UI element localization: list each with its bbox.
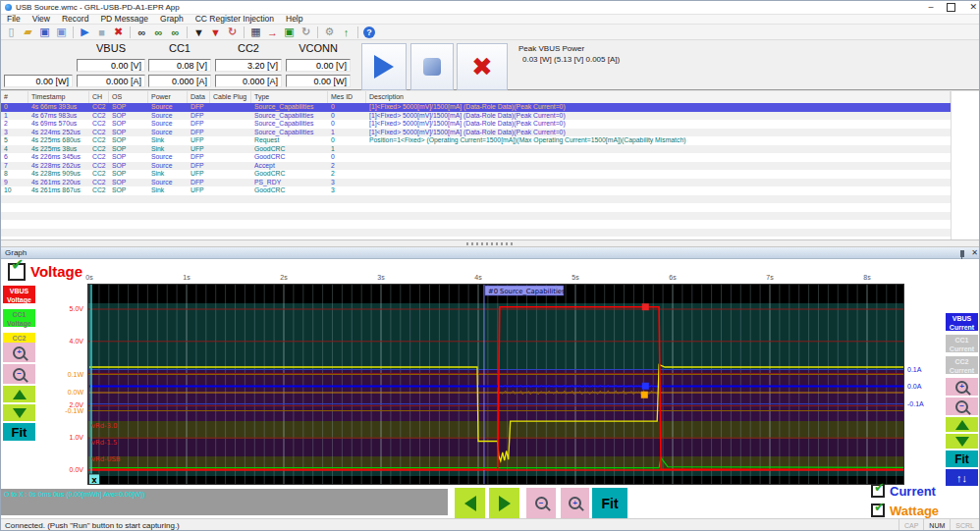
maximize-button[interactable] [947,3,955,12]
cell-ch: CC2 [89,145,109,154]
column-header-os[interactable]: OS [109,91,148,103]
find-icon[interactable]: ∞ [135,26,149,39]
filter-icon[interactable]: ▼ [191,26,206,39]
message-row-2[interactable]: 24s 69ms 570usCC2SOPSourceDFPSource_Capa… [1,120,951,129]
empty-table-row[interactable] [1,229,951,238]
run-icon[interactable]: ▶ [78,26,92,39]
settings-gear-icon[interactable]: ⚙ [322,26,337,39]
menu-graph[interactable]: Graph [154,14,190,25]
status-text: Connected. (Push "Run" button to start c… [5,521,180,530]
stop-icon[interactable]: ■ [94,26,109,39]
waveform-plot[interactable]: X#0 Source_CapabilitiesvRd-3.0vRd-1.5vRd… [87,284,904,485]
menu-file[interactable]: File [1,14,27,25]
message-row-6[interactable]: 64s 226ms 345usCC2SOPSourceDFPGoodCRC0 [1,153,951,162]
pan-left-button[interactable] [455,488,485,518]
current-zoom-out-button[interactable]: − [946,398,978,415]
column-header-mes-id[interactable]: Mes ID [328,91,366,103]
current-scroll-up-button[interactable] [946,417,978,432]
empty-table-row[interactable] [1,195,951,204]
wattage-checkbox[interactable]: ✔ [871,504,885,517]
empty-table-row[interactable] [1,203,951,212]
swap-axes-button[interactable]: ↑↓ [946,469,978,486]
current-checkbox[interactable]: ✔ [871,484,885,498]
svg-text:#0 Source_Capabilities: #0 Source_Capabilities [488,288,566,295]
open-folder-icon[interactable]: ▰ [21,26,35,39]
capture-options-icon[interactable]: ▦ [248,26,263,39]
empty-table-row[interactable] [1,220,951,229]
vbus-voltage-channel-button[interactable]: VBUSVoltage [3,286,35,303]
find-prev-icon[interactable]: ∞ [168,26,183,39]
pan-right-button[interactable] [489,488,519,518]
filter-clear-icon[interactable]: ▼ [208,26,223,39]
message-row-1[interactable]: 14s 67ms 983usCC2SOPSourceDFPSource_Capa… [1,112,951,121]
voltage-checkbox[interactable]: ✔ [8,263,26,281]
save-as-icon[interactable]: ▣ [54,26,69,39]
reload-registers-icon[interactable]: ↻ [299,26,313,39]
voltage-scroll-down-button[interactable] [3,404,35,421]
voltage-fit-button[interactable]: Fit [3,423,35,441]
message-row-4[interactable]: 44s 225ms 38usCC2SOPSinkUFPGoodCRC1 [1,145,951,154]
message-row-5[interactable]: 54s 225ms 680usCC2SOPSinkUFPRequest0Posi… [1,136,951,145]
message-row-7[interactable]: 74s 228ms 262usCC2SOPSourceDFPAccept2 [1,162,951,171]
column-header-cable-plug[interactable]: Cable Plug [210,91,251,103]
message-row-3[interactable]: 34s 224ms 252usCC2SOPSourceDFPSource_Cap… [1,129,951,137]
retrigger-icon[interactable]: ↻ [225,26,240,39]
column-header-timestamp[interactable]: Timestamp [28,91,89,103]
column-header--[interactable]: # [1,91,28,103]
delete-capture-button[interactable]: ✖ [457,43,508,90]
minimize-button[interactable]: – [928,1,933,14]
menu-help[interactable]: Help [280,14,308,25]
cell-type [251,195,328,204]
column-header-power[interactable]: Power [148,91,188,103]
voltage-zoom-out-button[interactable]: − [3,364,35,384]
graph-close-icon[interactable]: ✕ [971,248,978,258]
message-row-8[interactable]: 84s 228ms 909usCC2SOPSinkUFPGoodCRC2 [1,170,951,179]
empty-table-row[interactable] [1,212,951,221]
stop-capture-button[interactable] [410,43,454,90]
column-header-ch[interactable]: CH [89,91,109,103]
register-icon[interactable]: ▣ [282,26,297,39]
cc2-current-channel-button[interactable]: CC2Current [946,356,978,374]
run-capture-button[interactable] [361,43,407,90]
message-row-10[interactable]: 104s 261ms 867usCC2SOPSinkUFPGoodCRC3 [1,186,951,195]
close-button[interactable]: ✕ [969,1,977,14]
new-file-icon[interactable]: ▯ [4,26,19,39]
pin-icon[interactable] [960,250,964,257]
voltage-zoom-in-button[interactable]: + [3,343,35,362]
meter-vconn-voltage: 0.00 [V] [286,59,351,72]
voltage-scroll-up-button[interactable] [3,386,35,402]
cell-mes_id [328,220,366,229]
cc1-current-channel-button[interactable]: CC1Current [946,335,978,352]
message-row-9[interactable]: 94s 261ms 220usCC2SOPSourceDFPPS_RDY3 [1,179,951,187]
help-icon[interactable]: ? [363,27,375,38]
menu-record[interactable]: Record [56,14,94,25]
up-arrow-icon [13,390,27,399]
goto-trigger-icon[interactable]: → [265,26,280,39]
down-arrow-icon [13,408,27,418]
column-header-type[interactable]: Type [251,91,328,103]
current-fit-button[interactable]: Fit [946,451,978,467]
message-row-0[interactable]: 04s 66ms 393usCC2SOPSourceDFPSource_Capa… [1,103,951,112]
time-zoom-in-button[interactable]: + [561,488,589,518]
menu-view[interactable]: View [27,14,56,25]
cell-mes_id: 1 [328,145,366,154]
vbus-current-channel-button[interactable]: VBUSCurrent [946,313,978,331]
export-icon[interactable]: ↑ [339,26,354,39]
current-scroll-down-button[interactable] [946,434,978,449]
save-icon[interactable]: ▣ [37,26,52,39]
column-header-description[interactable]: Description [366,91,951,103]
current-zoom-in-button[interactable]: + [946,378,978,396]
cc1-voltage-channel-button[interactable]: CC1Voltage [3,309,35,327]
delete-capture-icon[interactable]: ✖ [111,26,126,39]
cell-cable_plug [210,112,251,121]
y-axis-label-4.0v: 4.0V [36,338,83,345]
menu-pd-message[interactable]: PD Message [94,14,154,25]
stop-icon [423,58,441,76]
menu-cc-register-injection[interactable]: CC Register Injection [190,14,280,25]
time-zoom-out-button[interactable]: − [526,488,556,518]
column-header-data[interactable]: Data [188,91,210,103]
time-fit-button[interactable]: Fit [592,488,627,518]
pane-splitter[interactable] [1,239,980,247]
find-next-icon[interactable]: ∞ [151,26,166,39]
cell-timestamp [28,195,89,204]
